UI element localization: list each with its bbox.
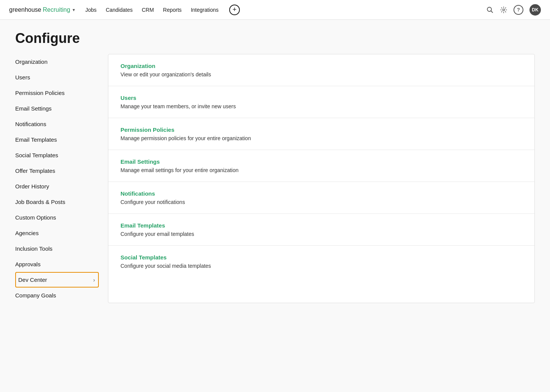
sidebar-item-social-templates[interactable]: Social Templates	[15, 147, 99, 163]
sidebar-item-label: Organization	[15, 58, 48, 65]
content-item-email-settings-desc: Manage email settings for your entire or…	[120, 167, 522, 173]
sidebar-item-order-history[interactable]: Order History	[15, 179, 99, 194]
content-item-email-templates-desc: Configure your email templates	[120, 231, 522, 237]
content-item-notifications: Notifications Configure your notificatio…	[108, 182, 534, 214]
sidebar-item-organization[interactable]: Organization	[15, 54, 99, 70]
sidebar: Organization Users Permission Policies E…	[15, 54, 99, 303]
svg-point-2	[503, 9, 505, 11]
content-item-email-templates: Email Templates Configure your email tem…	[108, 214, 534, 246]
content-item-social-templates: Social Templates Configure your social m…	[108, 246, 534, 277]
sidebar-item-custom-options[interactable]: Custom Options	[15, 210, 99, 225]
content-item-permission-policies-title[interactable]: Permission Policies	[120, 126, 522, 133]
nav-links: Jobs Candidates CRM Reports Integrations	[86, 7, 219, 13]
content-item-organization-desc: View or edit your organization's details	[120, 71, 522, 77]
nav-candidates[interactable]: Candidates	[106, 7, 133, 13]
sidebar-item-label: Inclusion Tools	[15, 245, 52, 252]
sidebar-item-inclusion-tools[interactable]: Inclusion Tools	[15, 241, 99, 256]
sidebar-item-notifications[interactable]: Notifications	[15, 116, 99, 132]
sidebar-item-label: Social Templates	[15, 152, 58, 158]
sidebar-item-agencies[interactable]: Agencies	[15, 225, 99, 241]
nav-jobs[interactable]: Jobs	[86, 7, 97, 13]
content-item-email-templates-title[interactable]: Email Templates	[120, 222, 522, 229]
sidebar-item-dev-center[interactable]: Dev Center ›	[15, 272, 99, 288]
top-navigation: greenhouse Recruiting ▾ Jobs Candidates …	[0, 0, 550, 20]
sidebar-item-label: Email Settings	[15, 105, 52, 112]
sidebar-item-users[interactable]: Users	[15, 70, 99, 85]
logo-greenhouse-text: greenhouse	[9, 6, 41, 13]
content-item-social-templates-title[interactable]: Social Templates	[120, 254, 522, 261]
content-item-notifications-title[interactable]: Notifications	[120, 190, 522, 197]
sidebar-item-label: Notifications	[15, 121, 46, 127]
sidebar-item-job-boards-posts[interactable]: Job Boards & Posts	[15, 194, 99, 210]
content-item-social-templates-desc: Configure your social media templates	[120, 263, 522, 269]
sidebar-item-label: Permission Policies	[15, 90, 65, 96]
content-panel: Organization View or edit your organizat…	[108, 54, 535, 303]
sidebar-item-label: Email Templates	[15, 136, 57, 143]
logo-recruiting-text: Recruiting	[43, 6, 70, 13]
user-avatar[interactable]: DK	[529, 4, 541, 16]
topnav-right-actions: ? DK	[486, 4, 541, 16]
search-icon[interactable]	[486, 6, 494, 14]
sidebar-item-approvals[interactable]: Approvals	[15, 256, 99, 272]
add-button[interactable]: +	[229, 5, 240, 15]
sidebar-item-label: Order History	[15, 183, 49, 190]
nav-crm[interactable]: CRM	[142, 7, 154, 13]
main-layout: Organization Users Permission Policies E…	[0, 54, 550, 303]
settings-icon[interactable]	[500, 6, 507, 14]
chevron-right-icon: ›	[93, 277, 95, 283]
sidebar-item-label: Agencies	[15, 230, 39, 236]
sidebar-item-label: Job Boards & Posts	[15, 199, 65, 205]
content-item-users-title[interactable]: Users	[120, 95, 522, 101]
sidebar-item-email-settings[interactable]: Email Settings	[15, 101, 99, 116]
sidebar-item-permission-policies[interactable]: Permission Policies	[15, 85, 99, 101]
sidebar-item-email-templates[interactable]: Email Templates	[15, 132, 99, 147]
sidebar-item-label: Custom Options	[15, 214, 56, 221]
svg-line-1	[491, 11, 493, 13]
content-item-organization-title[interactable]: Organization	[120, 63, 522, 69]
content-item-permission-policies: Permission Policies Manage permission po…	[108, 118, 534, 150]
content-item-permission-policies-desc: Manage permission policies for your enti…	[120, 135, 522, 141]
content-item-notifications-desc: Configure your notifications	[120, 199, 522, 205]
sidebar-item-company-goals[interactable]: Company Goals	[15, 288, 99, 303]
content-item-users-desc: Manage your team members, or invite new …	[120, 103, 522, 109]
logo[interactable]: greenhouse Recruiting ▾	[9, 6, 75, 13]
page-title: Configure	[0, 20, 550, 54]
sidebar-item-label: Dev Center	[18, 277, 47, 283]
sidebar-item-label: Offer Templates	[15, 168, 55, 174]
sidebar-item-offer-templates[interactable]: Offer Templates	[15, 163, 99, 179]
content-item-email-settings: Email Settings Manage email settings for…	[108, 150, 534, 182]
sidebar-item-label: Approvals	[15, 261, 41, 267]
sidebar-item-label: Users	[15, 74, 30, 81]
nav-reports[interactable]: Reports	[163, 7, 182, 13]
help-icon[interactable]: ?	[514, 5, 523, 15]
content-item-users: Users Manage your team members, or invit…	[108, 86, 534, 118]
logo-chevron-icon: ▾	[73, 7, 75, 13]
sidebar-item-label: Company Goals	[15, 292, 56, 299]
content-item-email-settings-title[interactable]: Email Settings	[120, 158, 522, 165]
nav-integrations[interactable]: Integrations	[191, 7, 219, 13]
content-item-organization: Organization View or edit your organizat…	[108, 54, 534, 86]
